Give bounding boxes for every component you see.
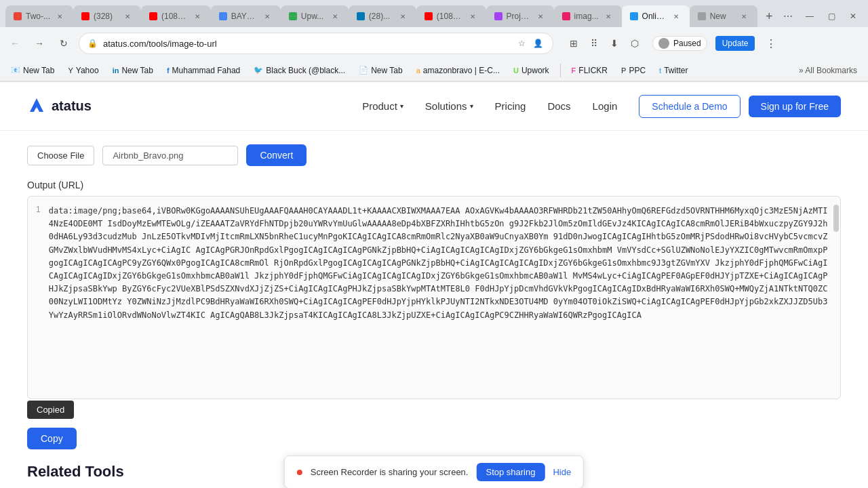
stop-sharing-button[interactable]: Stop sharing bbox=[476, 463, 545, 481]
tab-close-7[interactable]: ✕ bbox=[467, 11, 478, 22]
hide-button[interactable]: Hide bbox=[553, 467, 571, 477]
bookmark-ppc[interactable]: P PPC bbox=[616, 64, 651, 77]
tab-2[interactable]: (328) ✕ bbox=[73, 5, 141, 27]
bookmark-linkedin[interactable]: in New Tab bbox=[107, 64, 159, 77]
tab-close-10[interactable]: ✕ bbox=[671, 11, 682, 22]
tab-8[interactable]: Proje... ✕ bbox=[486, 5, 554, 27]
back-button[interactable]: ← bbox=[5, 34, 24, 53]
bookmark-star-icon[interactable]: ☆ bbox=[515, 37, 528, 50]
bookmark-label-flickr: FLICKR bbox=[578, 66, 608, 75]
tab-7[interactable]: (1085... ✕ bbox=[416, 5, 486, 27]
chrome-menu-button[interactable]: ⋮ bbox=[762, 34, 781, 53]
tab-10[interactable]: Onlin... ✕ bbox=[622, 5, 690, 27]
forward-button[interactable]: → bbox=[30, 34, 49, 53]
bookmark-amazon[interactable]: a amazonbravo | E-C... bbox=[411, 64, 505, 77]
bookmark-label-yahoo: Yahoo bbox=[76, 66, 99, 75]
tab-close-4[interactable]: ✕ bbox=[262, 11, 273, 22]
nav-solutions[interactable]: Solutions ▾ bbox=[425, 100, 473, 112]
output-text[interactable]: data:image/png;base64,iVBORw0KGgoAAAANSU… bbox=[49, 205, 832, 322]
line-number: 1 bbox=[36, 205, 41, 214]
profile-button[interactable]: Paused bbox=[652, 36, 707, 51]
file-row: Choose File Airbnb_Bravo.png Convert bbox=[27, 144, 841, 166]
nav-pricing-label: Pricing bbox=[495, 100, 526, 112]
new-tab-button[interactable]: + bbox=[760, 7, 778, 26]
bookmark-fb[interactable]: f Muhammad Fahad bbox=[161, 64, 245, 77]
copied-tooltip: Copied bbox=[27, 401, 74, 419]
signup-button[interactable]: Sign up for Free bbox=[749, 96, 841, 117]
bookmark-upwork[interactable]: U Upwork bbox=[508, 64, 555, 77]
update-button[interactable]: Update bbox=[715, 36, 755, 51]
tab-3[interactable]: (1085... ✕ bbox=[141, 5, 211, 27]
screenshot-icon[interactable]: ⬡ bbox=[625, 34, 644, 53]
nav-docs[interactable]: Docs bbox=[547, 100, 570, 112]
bookmark-favicon-twitter2: t bbox=[659, 66, 661, 75]
tab-favicon-8 bbox=[494, 12, 502, 20]
tab-11[interactable]: New ✕ bbox=[690, 5, 757, 27]
tab-title-6: (28)... bbox=[369, 12, 390, 21]
tab-title-10: Onlin... bbox=[642, 12, 667, 21]
tab-close-1[interactable]: ✕ bbox=[54, 11, 65, 22]
bookmark-twitter[interactable]: 🐦 Black Buck (@black... bbox=[248, 64, 351, 77]
tab-5[interactable]: Upw... ✕ bbox=[281, 5, 349, 27]
logo-text: atatus bbox=[52, 98, 92, 114]
svg-point-0 bbox=[35, 104, 39, 108]
toolbar-icons: ⊞ ⠿ ⬇ ⬡ bbox=[564, 34, 644, 53]
bookmark-favicon-amazon: a bbox=[416, 66, 420, 75]
page-content: atatus Product ▾ Solutions ▾ Pricing Doc… bbox=[0, 82, 868, 488]
scrollbar[interactable] bbox=[833, 198, 839, 399]
bookmark-twitter2[interactable]: t Twitter bbox=[654, 64, 693, 77]
extensions-icon[interactable]: ⊞ bbox=[564, 34, 583, 53]
close-button[interactable]: ✕ bbox=[844, 7, 863, 26]
bookmark-label-amazon: amazonbravo | E-C... bbox=[423, 66, 500, 75]
tab-favicon-4 bbox=[219, 12, 227, 20]
bookmark-gmail[interactable]: 📧 New Tab bbox=[5, 64, 60, 77]
convert-button[interactable]: Convert bbox=[246, 144, 307, 166]
tab-close-5[interactable]: ✕ bbox=[330, 11, 340, 22]
output-label: Output (URL) bbox=[27, 180, 841, 190]
bookmark-favicon-ppc: P bbox=[621, 66, 626, 75]
bookmark-label-linkedin: New Tab bbox=[121, 66, 153, 75]
address-bar[interactable]: 🔒 atatus.com/tools/image-to-url ☆ 👤 bbox=[79, 33, 553, 54]
profile-icon[interactable]: 👤 bbox=[531, 37, 545, 50]
nav-login[interactable]: Login bbox=[593, 100, 618, 112]
tab-favicon-7 bbox=[425, 12, 433, 20]
profile-label: Paused bbox=[673, 39, 701, 48]
tab-close-2[interactable]: ✕ bbox=[122, 11, 133, 22]
tab-4[interactable]: BAYK... ✕ bbox=[211, 5, 281, 27]
schedule-demo-button[interactable]: Schedule a Demo bbox=[639, 95, 740, 118]
bookmark-yahoo[interactable]: Y Yahoo bbox=[62, 64, 104, 77]
screen-share-label: Screen Recorder is sharing your screen. bbox=[311, 467, 469, 477]
tab-title-5: Upw... bbox=[301, 12, 323, 21]
maximize-button[interactable]: ▢ bbox=[822, 7, 841, 26]
bookmark-label-ppc: PPC bbox=[629, 66, 646, 75]
bookmark-newtab[interactable]: 📄 New Tab bbox=[353, 64, 408, 77]
url-display: atatus.com/tools/image-to-url bbox=[103, 39, 509, 49]
tab-title-2: (328) bbox=[94, 12, 113, 21]
tab-close-9[interactable]: ✕ bbox=[603, 11, 614, 22]
apps-icon[interactable]: ⠿ bbox=[585, 34, 604, 53]
address-bar-icons: ☆ 👤 bbox=[515, 37, 545, 50]
bookmark-favicon-fb: f bbox=[167, 66, 170, 75]
tab-close-8[interactable]: ✕ bbox=[535, 11, 546, 22]
tab-close-11[interactable]: ✕ bbox=[738, 11, 749, 22]
minimize-button[interactable]: — bbox=[800, 7, 819, 26]
tab-menu-button[interactable]: ⋯ bbox=[778, 7, 797, 26]
copy-button[interactable]: Copy bbox=[27, 428, 77, 449]
tab-title-4: BAYK... bbox=[231, 12, 258, 21]
bookmark-favicon-newtab: 📄 bbox=[359, 66, 368, 75]
tab-close-3[interactable]: ✕ bbox=[192, 11, 203, 22]
tab-6[interactable]: (28)... ✕ bbox=[349, 5, 416, 27]
save-icon[interactable]: ⬇ bbox=[605, 34, 624, 53]
all-bookmarks[interactable]: » All Bookmarks bbox=[793, 64, 863, 77]
nav-pricing[interactable]: Pricing bbox=[495, 100, 526, 112]
tab-close-6[interactable]: ✕ bbox=[397, 11, 408, 22]
tab-1[interactable]: Two-... ✕ bbox=[5, 5, 73, 27]
bookmark-flickr[interactable]: F FLICKR bbox=[566, 64, 613, 77]
reload-button[interactable]: ↻ bbox=[54, 34, 73, 53]
scrollbar-thumb[interactable] bbox=[833, 205, 839, 232]
nav-product[interactable]: Product ▾ bbox=[362, 100, 403, 112]
choose-file-button[interactable]: Choose File bbox=[27, 146, 94, 165]
tab-9[interactable]: imag... ✕ bbox=[554, 5, 622, 27]
logo[interactable]: atatus bbox=[27, 97, 92, 116]
browser-chrome: Two-... ✕ (328) ✕ (1085... ✕ BAYK... ✕ U… bbox=[0, 0, 868, 82]
